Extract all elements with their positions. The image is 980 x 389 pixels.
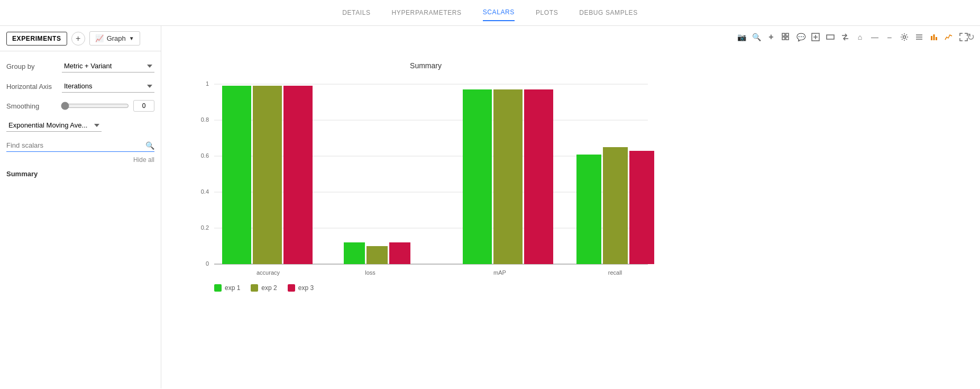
svg-point-8 <box>903 36 906 39</box>
bar-map-exp1 <box>463 89 492 264</box>
svg-text:0.6: 0.6 <box>201 152 209 159</box>
top-navigation: DETAILS HYPERPARAMETERS SCALARS PLOTS DE… <box>0 0 980 26</box>
svg-text:0: 0 <box>206 260 209 267</box>
smoothing-value-input[interactable]: 0 <box>133 100 154 112</box>
legend-label-exp3: exp 3 <box>298 284 314 292</box>
chart-title: Summary <box>410 61 442 70</box>
svg-rect-2 <box>782 37 785 40</box>
comment-icon[interactable]: 💬 <box>795 31 807 43</box>
horizontal-axis-row: Horizontal Axis Iterations Epochs Wall T… <box>6 80 154 93</box>
graph-button[interactable]: 📈 Graph ▼ <box>89 31 140 46</box>
search-icon: 🔍 <box>145 141 154 150</box>
bar-chart-icon[interactable] <box>928 31 940 43</box>
x-label-accuracy: accuracy <box>257 269 280 276</box>
main-layout: EXPERIMENTS + 📈 Graph ▼ Group by Metric … <box>0 26 980 388</box>
summary-item: Summary <box>6 168 154 180</box>
tab-details[interactable]: DETAILS <box>342 5 370 21</box>
group-by-select[interactable]: Metric + Variant Metric Variant <box>62 60 154 73</box>
chart-legend: exp 1 exp 2 exp 3 <box>182 284 959 292</box>
dash-icon[interactable]: – <box>884 31 895 43</box>
bar-loss-exp1 <box>344 242 365 264</box>
svg-rect-12 <box>931 36 932 40</box>
svg-text:0.8: 0.8 <box>201 116 209 123</box>
bar-loss-exp2 <box>367 246 388 264</box>
list-icon[interactable] <box>913 31 925 43</box>
legend-item-exp3: exp 3 <box>288 284 314 292</box>
find-scalars-row: 🔍 <box>6 139 154 152</box>
tab-plots[interactable]: PLOTS <box>536 5 558 21</box>
legend-item-exp1: exp 1 <box>214 284 240 292</box>
tab-hyperparameters[interactable]: HYPERPARAMETERS <box>392 5 462 21</box>
add-icon[interactable] <box>810 31 821 43</box>
grid-icon[interactable] <box>780 31 792 43</box>
svg-rect-7 <box>827 35 834 39</box>
sidebar-controls: Group by Metric + Variant Metric Variant… <box>0 51 161 188</box>
chart-container: Summary 0 0.2 0.4 0.6 0.8 1 <box>172 47 969 302</box>
svg-rect-3 <box>786 37 789 40</box>
sidebar-toolbar: EXPERIMENTS + 📈 Graph ▼ <box>0 26 161 51</box>
bar-map-exp2 <box>493 89 523 264</box>
zoom-icon[interactable]: 🔍 <box>750 31 762 43</box>
bar-map-exp3 <box>524 89 553 264</box>
experiments-button[interactable]: EXPERIMENTS <box>6 32 67 46</box>
group-by-label: Group by <box>6 62 62 70</box>
reload-icon[interactable]: ↻ <box>967 31 975 43</box>
graph-button-label: Graph <box>107 34 126 42</box>
chart-toolbar: 📷 🔍 + 💬 ⌂ — – <box>172 31 969 43</box>
legend-color-exp3 <box>288 284 295 292</box>
chevron-down-icon: ▼ <box>129 35 134 41</box>
bar-accuracy-exp1 <box>222 86 251 264</box>
add-button[interactable]: + <box>71 32 85 46</box>
main-content: ↻ 📷 🔍 + 💬 ⌂ — – <box>161 26 980 388</box>
x-label-recall: recall <box>608 269 622 276</box>
h-line-icon[interactable]: — <box>869 31 881 43</box>
sidebar: EXPERIMENTS + 📈 Graph ▼ Group by Metric … <box>0 26 161 388</box>
x-label-map: mAP <box>493 269 506 276</box>
crosshair-icon[interactable]: + <box>765 31 777 43</box>
legend-label-exp1: exp 1 <box>225 284 240 292</box>
svg-text:1: 1 <box>206 80 209 87</box>
horizontal-axis-label: Horizontal Axis <box>6 83 62 91</box>
bar-accuracy-exp3 <box>283 86 313 264</box>
horizontal-axis-select[interactable]: Iterations Epochs Wall Time <box>62 80 154 93</box>
smoothing-row: Smoothing 0 <box>6 100 154 112</box>
svg-rect-1 <box>786 33 789 36</box>
svg-text:0.2: 0.2 <box>201 224 209 231</box>
hide-all-button[interactable]: Hide all <box>133 156 154 164</box>
smoothing-method-row: Exponential Moving Ave... None <box>6 119 154 132</box>
smoothing-method-select[interactable]: Exponential Moving Ave... None <box>6 119 102 132</box>
bar-loss-exp3 <box>389 242 410 264</box>
summary-chart: Summary 0 0.2 0.4 0.6 0.8 1 <box>182 58 669 280</box>
graph-chart-icon: 📈 <box>95 34 104 42</box>
bar-recall-exp1 <box>576 155 601 264</box>
bar-accuracy-exp2 <box>253 86 282 264</box>
tab-scalars[interactable]: SCALARS <box>483 4 515 21</box>
line-chart-icon[interactable] <box>943 31 955 43</box>
x-label-loss: loss <box>365 269 375 276</box>
bar-recall-exp2 <box>603 147 628 264</box>
smoothing-label: Smoothing <box>6 102 61 110</box>
legend-color-exp2 <box>251 284 258 292</box>
swap-icon[interactable] <box>839 31 851 43</box>
home-icon[interactable]: ⌂ <box>854 31 866 43</box>
legend-item-exp2: exp 2 <box>251 284 277 292</box>
legend-label-exp2: exp 2 <box>261 284 277 292</box>
legend-color-exp1 <box>214 284 222 292</box>
find-scalars-input[interactable] <box>6 139 145 151</box>
svg-rect-0 <box>782 33 785 36</box>
svg-rect-14 <box>936 37 937 40</box>
tab-debug-samples[interactable]: DEBUG SAMPLES <box>579 5 638 21</box>
svg-text:0.4: 0.4 <box>201 188 209 195</box>
smoothing-slider[interactable] <box>61 102 129 110</box>
camera-icon[interactable]: 📷 <box>736 31 747 43</box>
hide-all-row: Hide all <box>6 156 154 164</box>
settings-icon[interactable] <box>899 31 910 43</box>
group-by-row: Group by Metric + Variant Metric Variant <box>6 60 154 73</box>
svg-rect-13 <box>933 34 935 40</box>
rect-icon[interactable] <box>825 31 836 43</box>
bar-recall-exp3 <box>629 151 654 264</box>
